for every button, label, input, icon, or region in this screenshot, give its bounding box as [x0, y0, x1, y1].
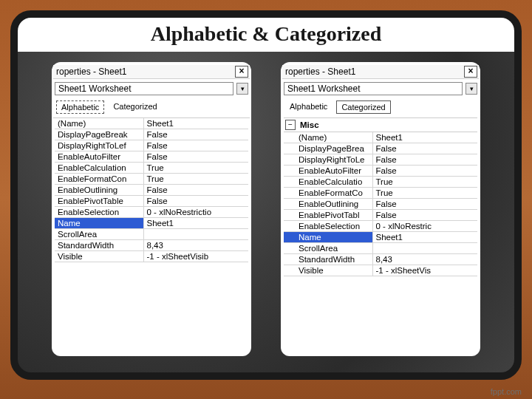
- property-row[interactable]: Visible-1 - xlSheetVisib: [55, 251, 248, 262]
- property-name: (Name): [284, 132, 373, 143]
- property-name: StandardWidth: [55, 240, 144, 250]
- property-name: EnablePivotTable: [55, 196, 144, 206]
- property-value[interactable]: False: [373, 199, 477, 209]
- property-row[interactable]: DisplayRightToLeFalse: [284, 154, 477, 166]
- property-value[interactable]: True: [373, 177, 477, 187]
- property-name: EnableCalculation: [55, 163, 144, 173]
- properties-grid: − Misc (Name)Sheet1DisplayPageBreaFalseD…: [282, 117, 479, 276]
- property-name: EnableCalculatio: [284, 177, 373, 187]
- property-value[interactable]: True: [373, 188, 477, 198]
- tab-categorized[interactable]: Categorized: [336, 100, 390, 114]
- property-row[interactable]: DisplayPageBreaFalse: [284, 143, 477, 154]
- property-value[interactable]: False: [144, 185, 248, 195]
- property-value[interactable]: True: [144, 174, 248, 184]
- property-value[interactable]: 8,43: [144, 240, 248, 250]
- property-row[interactable]: EnableCalculationTrue: [55, 163, 248, 174]
- property-name: DisplayRightToLef: [55, 140, 144, 151]
- chalkboard: Alphabetic & Categorized roperties - She…: [10, 10, 522, 380]
- property-row[interactable]: (Name)Sheet1: [284, 132, 477, 143]
- category-header[interactable]: − Misc: [284, 117, 477, 132]
- window-title: roperties - Sheet1: [285, 66, 464, 77]
- property-name: (Name): [55, 118, 144, 129]
- property-name: EnableOutlining: [55, 185, 144, 195]
- property-row[interactable]: DisplayRightToLefFalse: [55, 140, 248, 151]
- property-name: EnablePivotTabl: [284, 210, 373, 220]
- property-row[interactable]: EnableFormatConTrue: [55, 174, 248, 185]
- property-name: EnableSelection: [55, 207, 144, 217]
- property-value[interactable]: False: [373, 166, 477, 176]
- property-value[interactable]: False: [144, 140, 248, 151]
- property-row[interactable]: EnableAutoFilterFalse: [284, 166, 477, 177]
- property-row[interactable]: ScrollArea: [55, 229, 248, 240]
- property-value[interactable]: [144, 229, 248, 239]
- property-name: EnableOutlining: [284, 199, 373, 209]
- tab-categorized[interactable]: Categorized: [109, 100, 161, 114]
- object-selector[interactable]: Sheet1 Worksheet ▾: [282, 81, 479, 97]
- property-value[interactable]: Sheet1: [373, 132, 477, 143]
- window-titlebar: roperties - Sheet1 ×: [282, 65, 479, 79]
- object-selector-value: Sheet1 Worksheet: [55, 82, 233, 95]
- property-name: EnableFormatCon: [55, 174, 144, 184]
- property-name: StandardWidth: [284, 254, 373, 265]
- property-value[interactable]: False: [144, 129, 248, 140]
- property-row[interactable]: NameSheet1: [284, 232, 477, 243]
- window-title: roperties - Sheet1: [56, 66, 235, 77]
- property-name: DisplayRightToLe: [284, 154, 373, 165]
- slide-stage: Alphabetic & Categorized roperties - She…: [0, 0, 532, 399]
- property-row[interactable]: EnableCalculatioTrue: [284, 177, 477, 188]
- property-value[interactable]: 8,43: [373, 254, 477, 265]
- property-name: EnableAutoFilter: [55, 151, 144, 162]
- property-row[interactable]: EnableAutoFilterFalse: [55, 151, 248, 163]
- property-row[interactable]: DisplayPageBreakFalse: [55, 129, 248, 140]
- property-name: DisplayPageBrea: [284, 143, 373, 154]
- property-row[interactable]: NameSheet1: [55, 218, 248, 229]
- property-row[interactable]: StandardWidth8,43: [55, 240, 248, 251]
- property-value[interactable]: False: [373, 154, 477, 165]
- property-name: Name: [55, 218, 144, 228]
- property-row[interactable]: EnableOutliningFalse: [284, 199, 477, 210]
- property-name: ScrollArea: [55, 229, 144, 239]
- property-value[interactable]: Sheet1: [373, 232, 477, 242]
- property-value[interactable]: False: [144, 151, 248, 162]
- property-name: EnableFormatCo: [284, 188, 373, 198]
- property-name: Visible: [55, 251, 144, 262]
- close-icon[interactable]: ×: [464, 66, 477, 78]
- property-row[interactable]: (Name)Sheet1: [55, 118, 248, 129]
- properties-grid: (Name)Sheet1DisplayPageBreakFalseDisplay…: [53, 117, 250, 262]
- property-value[interactable]: -1 - xlSheetVisib: [144, 251, 248, 262]
- property-name: DisplayPageBreak: [55, 129, 144, 140]
- property-row[interactable]: EnableFormatCoTrue: [284, 188, 477, 199]
- property-value[interactable]: 0 - xlNoRestric: [373, 221, 477, 231]
- property-row[interactable]: EnableOutliningFalse: [55, 185, 248, 196]
- slide-title: Alphabetic & Categorized: [18, 18, 514, 52]
- property-value[interactable]: False: [373, 143, 477, 154]
- property-value[interactable]: -1 - xlSheetVis: [373, 265, 477, 276]
- chevron-down-icon[interactable]: ▾: [236, 83, 248, 95]
- property-row[interactable]: EnablePivotTableFalse: [55, 196, 248, 207]
- property-row[interactable]: ScrollArea: [284, 243, 477, 254]
- property-value[interactable]: Sheet1: [144, 218, 248, 228]
- property-row[interactable]: EnableSelection0 - xlNoRestric: [284, 221, 477, 232]
- property-name: Name: [284, 232, 373, 242]
- property-value[interactable]: False: [144, 196, 248, 206]
- object-selector[interactable]: Sheet1 Worksheet ▾: [53, 81, 250, 97]
- property-row[interactable]: Visible-1 - xlSheetVis: [284, 265, 477, 276]
- close-icon[interactable]: ×: [235, 66, 248, 78]
- property-value[interactable]: True: [144, 163, 248, 173]
- property-value[interactable]: [373, 243, 477, 253]
- tab-alphabetic[interactable]: Alphabetic: [56, 100, 104, 114]
- property-row[interactable]: EnableSelection0 - xlNoRestrictio: [55, 207, 248, 218]
- collapse-icon[interactable]: −: [285, 120, 296, 130]
- properties-panel-categorized: roperties - Sheet1 × Sheet1 Worksheet ▾ …: [281, 62, 480, 356]
- window-titlebar: roperties - Sheet1 ×: [53, 65, 250, 79]
- property-value[interactable]: Sheet1: [144, 118, 248, 129]
- property-row[interactable]: EnablePivotTablFalse: [284, 210, 477, 221]
- chevron-down-icon[interactable]: ▾: [466, 83, 477, 95]
- view-tabs: Alphabetic Categorized: [53, 98, 250, 116]
- property-row[interactable]: StandardWidth8,43: [284, 254, 477, 265]
- category-label: Misc: [299, 120, 321, 130]
- tab-alphabetic[interactable]: Alphabetic: [285, 100, 332, 114]
- properties-panel-alphabetic: roperties - Sheet1 × Sheet1 Worksheet ▾ …: [52, 62, 251, 356]
- property-value[interactable]: 0 - xlNoRestrictio: [144, 207, 248, 217]
- property-value[interactable]: False: [373, 210, 477, 220]
